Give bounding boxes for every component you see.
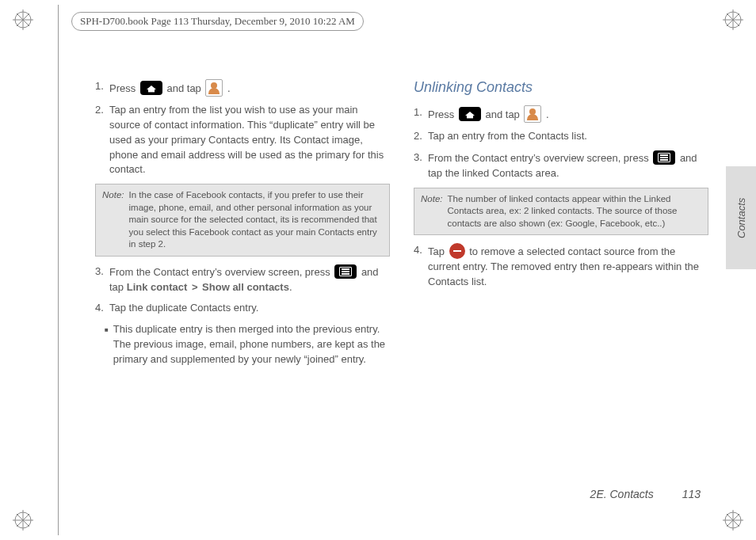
note-box: Note: The number of linked contacts appe… <box>414 188 708 236</box>
home-key-icon <box>140 81 162 95</box>
text-fragment: . <box>227 82 231 94</box>
section-title: Unlinking Contacts <box>414 79 708 96</box>
content-columns: 1. Press and tap . 2. Tap an entry from … <box>95 79 708 492</box>
step-number: 4. <box>414 243 428 290</box>
text-fragment: Press <box>109 82 139 94</box>
step-text: Press and tap . <box>428 105 708 123</box>
text-fragment: and tap <box>166 82 204 94</box>
note-text: In the case of Facebook contacts, if you… <box>129 189 384 251</box>
registration-mark-icon <box>13 10 33 30</box>
footer-section: 2E. Contacts <box>590 488 654 500</box>
text-fragment: Tap <box>428 245 448 257</box>
text-fragment: . <box>289 281 292 293</box>
step-2: 2. Tap an entry from the Contacts list. <box>414 129 708 144</box>
left-margin-rule <box>58 5 59 535</box>
registration-mark-icon <box>13 510 33 530</box>
step-number: 2. <box>414 129 428 144</box>
text-fragment: . <box>546 108 549 120</box>
step-number: 3. <box>414 150 428 181</box>
text-fragment: Press <box>428 108 457 120</box>
text-fragment: to remove a selected contact source from… <box>428 245 699 287</box>
sub-bullet: ■ This duplicate entry is then merged in… <box>105 322 390 367</box>
menu-key-icon <box>334 264 357 279</box>
text-fragment: and tap <box>485 108 522 120</box>
step-4: 4. Tap to remove a selected contact sour… <box>414 243 708 290</box>
page-footer: 2E. Contacts 113 <box>590 488 701 500</box>
registration-mark-icon <box>723 10 743 30</box>
step-1: 1. Press and tap . <box>414 105 708 123</box>
step-text: Tap an entry from the Contacts list. <box>428 129 708 144</box>
step-2: 2. Tap an entry from the list you wish t… <box>95 103 390 177</box>
text-fragment: From the Contact entry’s overview screen… <box>428 152 651 164</box>
contacts-app-icon <box>524 105 541 123</box>
step-1: 1. Press and tap . <box>95 79 390 97</box>
bold-link: Link contact <box>127 281 188 293</box>
note-text: The number of linked contacts appear wit… <box>448 193 702 230</box>
step-text: Tap an entry from the list you wish to u… <box>109 103 390 177</box>
step-number: 1. <box>95 79 109 97</box>
step-number: 1. <box>414 105 428 123</box>
step-3: 3. From the Contact entry’s overview scr… <box>95 264 390 295</box>
step-text: Tap to remove a selected contact source … <box>428 243 708 290</box>
home-key-icon <box>459 107 481 121</box>
contacts-app-icon <box>205 79 223 97</box>
footer-page-number: 113 <box>682 488 701 500</box>
step-number: 4. <box>95 301 109 316</box>
step-text: From the Contact entry’s overview screen… <box>428 150 708 181</box>
step-number: 2. <box>95 103 109 177</box>
bullet-text: This duplicate entry is then merged into… <box>113 322 390 367</box>
step-text: Tap the duplicate Contacts entry. <box>109 301 390 316</box>
step-text: From the Contact entry’s overview screen… <box>109 264 390 295</box>
menu-key-icon <box>653 150 675 165</box>
left-column: 1. Press and tap . 2. Tap an entry from … <box>95 79 390 492</box>
note-label: Note: <box>102 189 124 251</box>
right-column: Unlinking Contacts 1. Press and tap . 2.… <box>414 79 708 492</box>
remove-icon <box>449 243 465 259</box>
note-box: Note: In the case of Facebook contacts, … <box>95 184 390 257</box>
side-tab: Contacts <box>726 166 756 269</box>
bold-link: Show all contacts <box>202 281 289 293</box>
page-header: SPH-D700.book Page 113 Thursday, Decembe… <box>71 12 364 31</box>
step-number: 3. <box>95 264 109 295</box>
step-text: Press and tap . <box>109 79 390 97</box>
step-3: 3. From the Contact entry’s overview scr… <box>414 150 708 181</box>
bullet-icon: ■ <box>105 325 109 367</box>
text-fragment: From the Contact entry’s overview screen… <box>109 266 333 278</box>
bold-gt: > <box>192 281 198 293</box>
registration-mark-icon <box>723 510 743 530</box>
note-label: Note: <box>421 193 443 230</box>
step-4: 4. Tap the duplicate Contacts entry. <box>95 301 390 316</box>
